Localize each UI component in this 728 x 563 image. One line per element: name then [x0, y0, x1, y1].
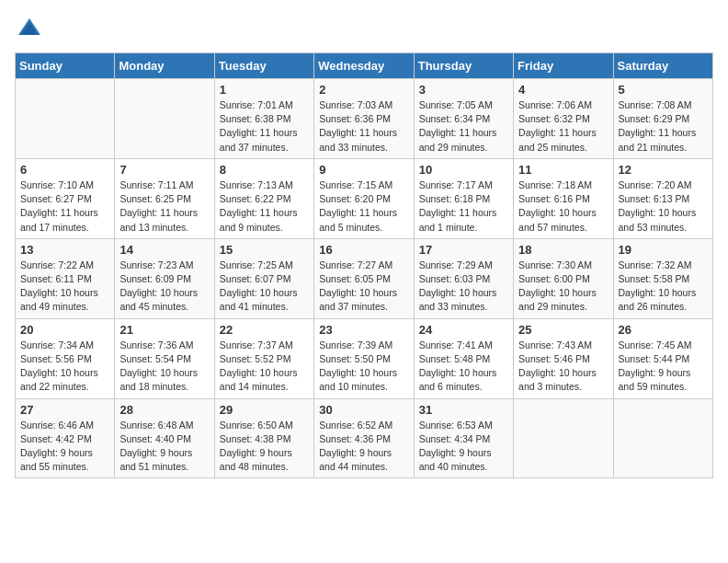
calendar-table: SundayMondayTuesdayWednesdayThursdayFrid… [15, 52, 713, 478]
day-number: 3 [419, 83, 508, 97]
calendar-cell: 16Sunrise: 7:27 AM Sunset: 6:05 PM Dayli… [314, 238, 414, 318]
day-info: Sunrise: 7:03 AM Sunset: 6:36 PM Dayligh… [319, 98, 408, 155]
day-number: 21 [119, 323, 209, 337]
calendar-cell: 7Sunrise: 7:11 AM Sunset: 6:25 PM Daylig… [115, 158, 214, 238]
header-saturday: Saturday [613, 53, 712, 79]
calendar-cell: 20Sunrise: 7:34 AM Sunset: 5:56 PM Dayli… [16, 318, 115, 398]
day-info: Sunrise: 7:32 AM Sunset: 5:58 PM Dayligh… [619, 259, 708, 315]
day-info: Sunrise: 7:27 AM Sunset: 6:05 PM Dayligh… [319, 259, 408, 315]
day-number: 1 [220, 83, 309, 97]
calendar-cell: 28Sunrise: 6:48 AM Sunset: 4:40 PM Dayli… [115, 398, 214, 478]
calendar-cell: 13Sunrise: 7:22 AM Sunset: 6:11 PM Dayli… [16, 238, 115, 318]
calendar-cell: 3Sunrise: 7:05 AM Sunset: 6:34 PM Daylig… [414, 79, 513, 159]
logo [15, 15, 42, 45]
header-friday: Friday [514, 53, 613, 79]
calendar-cell: 10Sunrise: 7:17 AM Sunset: 6:18 PM Dayli… [414, 158, 513, 238]
calendar-week-2: 6Sunrise: 7:10 AM Sunset: 6:27 PM Daylig… [16, 158, 713, 238]
calendar-cell: 18Sunrise: 7:30 AM Sunset: 6:00 PM Dayli… [514, 238, 613, 318]
day-info: Sunrise: 7:06 AM Sunset: 6:32 PM Dayligh… [518, 98, 608, 155]
calendar-cell: 12Sunrise: 7:20 AM Sunset: 6:13 PM Dayli… [613, 158, 712, 238]
day-number: 25 [518, 323, 608, 337]
header-monday: Monday [115, 53, 214, 79]
logo-icon [17, 15, 42, 40]
calendar-cell: 6Sunrise: 7:10 AM Sunset: 6:27 PM Daylig… [16, 158, 115, 238]
day-number: 4 [518, 83, 608, 97]
day-number: 5 [619, 83, 708, 97]
day-info: Sunrise: 7:05 AM Sunset: 6:34 PM Dayligh… [419, 98, 508, 155]
day-number: 26 [619, 323, 708, 337]
day-info: Sunrise: 7:17 AM Sunset: 6:18 PM Dayligh… [419, 178, 508, 235]
day-number: 23 [319, 323, 408, 337]
day-number: 6 [20, 163, 109, 177]
day-number: 30 [319, 403, 408, 417]
page-header [15, 15, 713, 45]
calendar-week-3: 13Sunrise: 7:22 AM Sunset: 6:11 PM Dayli… [16, 238, 713, 318]
day-number: 14 [119, 243, 209, 257]
day-info: Sunrise: 7:34 AM Sunset: 5:56 PM Dayligh… [20, 339, 109, 395]
day-number: 2 [319, 83, 408, 97]
day-number: 15 [220, 243, 309, 257]
day-info: Sunrise: 7:29 AM Sunset: 6:03 PM Dayligh… [419, 259, 508, 315]
calendar-header-row: SundayMondayTuesdayWednesdayThursdayFrid… [16, 53, 713, 79]
day-info: Sunrise: 7:01 AM Sunset: 6:38 PM Dayligh… [220, 98, 309, 155]
day-info: Sunrise: 7:18 AM Sunset: 6:16 PM Dayligh… [518, 178, 608, 235]
day-number: 22 [220, 323, 309, 337]
day-info: Sunrise: 7:25 AM Sunset: 6:07 PM Dayligh… [220, 259, 309, 315]
calendar-cell: 26Sunrise: 7:45 AM Sunset: 5:44 PM Dayli… [613, 318, 712, 398]
calendar-cell: 30Sunrise: 6:52 AM Sunset: 4:36 PM Dayli… [314, 398, 414, 478]
calendar-cell [613, 398, 712, 478]
calendar-cell: 9Sunrise: 7:15 AM Sunset: 6:20 PM Daylig… [314, 158, 414, 238]
calendar-week-5: 27Sunrise: 6:46 AM Sunset: 4:42 PM Dayli… [16, 398, 713, 478]
calendar-cell: 5Sunrise: 7:08 AM Sunset: 6:29 PM Daylig… [613, 79, 712, 159]
calendar-cell [16, 79, 115, 159]
day-info: Sunrise: 6:46 AM Sunset: 4:42 PM Dayligh… [20, 419, 109, 475]
day-info: Sunrise: 7:11 AM Sunset: 6:25 PM Dayligh… [119, 178, 209, 235]
calendar-week-4: 20Sunrise: 7:34 AM Sunset: 5:56 PM Dayli… [16, 318, 713, 398]
day-info: Sunrise: 6:53 AM Sunset: 4:34 PM Dayligh… [419, 419, 508, 475]
calendar-cell [514, 398, 613, 478]
day-number: 28 [119, 403, 209, 417]
calendar-cell [115, 79, 214, 159]
day-number: 18 [518, 243, 608, 257]
header-sunday: Sunday [16, 53, 115, 79]
calendar-cell: 1Sunrise: 7:01 AM Sunset: 6:38 PM Daylig… [214, 79, 313, 159]
calendar-cell: 24Sunrise: 7:41 AM Sunset: 5:48 PM Dayli… [414, 318, 513, 398]
day-info: Sunrise: 6:50 AM Sunset: 4:38 PM Dayligh… [220, 419, 309, 475]
calendar-cell: 15Sunrise: 7:25 AM Sunset: 6:07 PM Dayli… [214, 238, 313, 318]
day-number: 19 [619, 243, 708, 257]
calendar-cell: 21Sunrise: 7:36 AM Sunset: 5:54 PM Dayli… [115, 318, 214, 398]
day-info: Sunrise: 7:23 AM Sunset: 6:09 PM Dayligh… [119, 259, 209, 315]
day-number: 13 [20, 243, 109, 257]
day-info: Sunrise: 7:10 AM Sunset: 6:27 PM Dayligh… [20, 178, 109, 235]
day-info: Sunrise: 7:43 AM Sunset: 5:46 PM Dayligh… [518, 339, 608, 395]
day-info: Sunrise: 7:22 AM Sunset: 6:11 PM Dayligh… [20, 259, 109, 315]
calendar-cell: 29Sunrise: 6:50 AM Sunset: 4:38 PM Dayli… [214, 398, 313, 478]
day-info: Sunrise: 7:13 AM Sunset: 6:22 PM Dayligh… [220, 178, 309, 235]
day-info: Sunrise: 7:20 AM Sunset: 6:13 PM Dayligh… [619, 178, 708, 235]
day-number: 16 [319, 243, 408, 257]
header-thursday: Thursday [414, 53, 513, 79]
day-info: Sunrise: 7:15 AM Sunset: 6:20 PM Dayligh… [319, 178, 408, 235]
day-number: 10 [419, 163, 508, 177]
day-info: Sunrise: 7:45 AM Sunset: 5:44 PM Dayligh… [619, 339, 708, 395]
day-number: 8 [220, 163, 309, 177]
day-number: 24 [419, 323, 508, 337]
day-number: 12 [619, 163, 708, 177]
header-tuesday: Tuesday [214, 53, 313, 79]
day-info: Sunrise: 7:41 AM Sunset: 5:48 PM Dayligh… [419, 339, 508, 395]
day-number: 9 [319, 163, 408, 177]
day-info: Sunrise: 7:39 AM Sunset: 5:50 PM Dayligh… [319, 339, 408, 395]
calendar-cell: 4Sunrise: 7:06 AM Sunset: 6:32 PM Daylig… [514, 79, 613, 159]
day-number: 7 [119, 163, 209, 177]
day-info: Sunrise: 6:48 AM Sunset: 4:40 PM Dayligh… [119, 419, 209, 475]
header-wednesday: Wednesday [314, 53, 414, 79]
day-number: 11 [518, 163, 608, 177]
day-number: 27 [20, 403, 109, 417]
calendar-cell: 25Sunrise: 7:43 AM Sunset: 5:46 PM Dayli… [514, 318, 613, 398]
calendar-cell: 22Sunrise: 7:37 AM Sunset: 5:52 PM Dayli… [214, 318, 313, 398]
day-number: 29 [220, 403, 309, 417]
calendar-cell: 27Sunrise: 6:46 AM Sunset: 4:42 PM Dayli… [16, 398, 115, 478]
calendar-cell: 23Sunrise: 7:39 AM Sunset: 5:50 PM Dayli… [314, 318, 414, 398]
day-info: Sunrise: 7:30 AM Sunset: 6:00 PM Dayligh… [518, 259, 608, 315]
day-info: Sunrise: 7:37 AM Sunset: 5:52 PM Dayligh… [220, 339, 309, 395]
